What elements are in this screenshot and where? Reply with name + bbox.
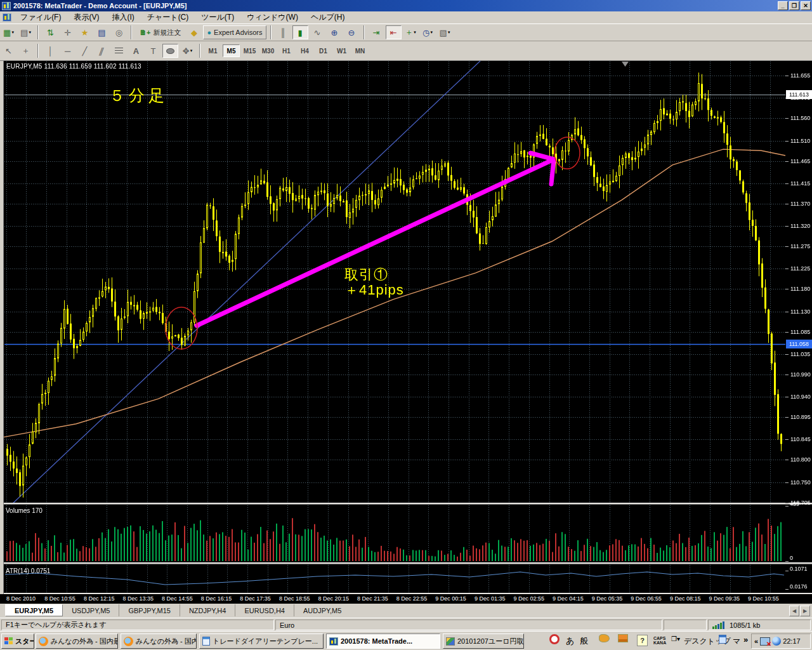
metatrader-app-icon: [2, 2, 11, 10]
clock: 22:17: [783, 637, 801, 645]
task-button-3[interactable]: 2001578: MetaTrade...: [326, 633, 440, 649]
symbol-ohlc-readout: EURJPY,M5 111.636 111.659 111.602 111.61…: [6, 63, 141, 70]
price-tick-label: 111.275: [790, 243, 810, 249]
timeframe-button-m30[interactable]: M30: [259, 44, 277, 57]
profiles-button[interactable]: ▤▾: [18, 25, 34, 39]
fibonacci-button[interactable]: [111, 44, 127, 58]
task-button-0[interactable]: みんなの外為 - 国内最..: [36, 633, 118, 649]
price-tick-label: 110.845: [790, 436, 811, 442]
chart-area[interactable]: EURJPY,M5 111.636 111.659 111.602 111.61…: [0, 61, 812, 604]
vertical-line-button[interactable]: │: [43, 44, 58, 58]
channel-button[interactable]: ∥: [94, 44, 110, 58]
ime-tools-icon[interactable]: [618, 634, 628, 642]
menu-item-4[interactable]: ツール(T): [195, 11, 240, 24]
candlestick-button[interactable]: ▮: [292, 25, 308, 39]
text-label-button[interactable]: T: [145, 44, 161, 58]
restore-button[interactable]: ❐: [789, 1, 799, 10]
ime-caps-kana[interactable]: CAPS KANA: [653, 636, 666, 645]
tab-audjpy-m5[interactable]: AUDJPY,M5: [294, 604, 350, 616]
metaeditor-button[interactable]: ◆: [186, 25, 202, 39]
horizontal-line-button[interactable]: ─: [60, 44, 75, 58]
zoom-in-button[interactable]: ⊕: [327, 25, 343, 39]
new-chart-button[interactable]: ▦▾: [1, 25, 16, 39]
terminal-button[interactable]: ▤: [94, 25, 110, 39]
price-chart-canvas[interactable]: [0, 61, 812, 594]
menu-bar: ファイル(F)表示(V)挿入(I)チャート(C)ツール(T)ウィンドウ(W)ヘル…: [0, 11, 812, 23]
ime-help-icon[interactable]: ?: [637, 635, 648, 646]
task-button-2[interactable]: トレードダイアリーテンプレー...: [199, 633, 324, 649]
timeframe-button-mn[interactable]: MN: [351, 44, 369, 57]
favorites-button[interactable]: ★: [77, 25, 93, 39]
line-studies-toolbar: ↖ ＋ │ ─ ╱ ∥ A T ✥▾ M1M5M15M30H1H4D1W1MN: [0, 41, 812, 61]
tab-nzdjpy-h4[interactable]: NZDJPY,H4: [180, 604, 235, 616]
menu-item-6[interactable]: ヘルプ(H): [304, 11, 351, 24]
ime-minimize-icon[interactable]: ❐▾: [671, 635, 680, 642]
ime-conversion-mode[interactable]: 般: [580, 635, 588, 647]
timeframe-button-w1[interactable]: W1: [333, 44, 350, 57]
ime-palette-icon[interactable]: [599, 634, 610, 642]
arrows-button[interactable]: ✥▾: [180, 44, 195, 58]
network-disconnected-icon[interactable]: [760, 637, 770, 646]
tab-scroll-right-icon[interactable]: ▶: [800, 606, 810, 616]
timeframe-button-h1[interactable]: H1: [278, 44, 295, 57]
tab-eurusd-h4[interactable]: EURUSD,H4: [235, 604, 294, 616]
desktop-item-ma[interactable]: マ: [733, 636, 740, 647]
close-button[interactable]: ✕: [801, 1, 811, 10]
status-profile: Euro: [275, 620, 662, 630]
price-tick-label: 111.085: [790, 329, 810, 335]
image-icon: [446, 637, 455, 646]
trendline-button[interactable]: ╱: [77, 44, 93, 58]
task-button-1[interactable]: みんなの外為 - 国内最..: [121, 633, 197, 649]
minimize-button[interactable]: _: [778, 1, 788, 10]
timeframe-button-m1[interactable]: M1: [204, 44, 221, 57]
tray-chevron[interactable]: «: [754, 637, 758, 645]
time-axis-label: 9 Dec 10:55: [748, 595, 779, 602]
timeframe-button-m15[interactable]: M15: [241, 44, 258, 57]
time-axis-label: 8 Dec 16:15: [201, 595, 232, 602]
expert-advisors-button[interactable]: ●Expert Advisors: [203, 25, 266, 39]
ellipse-button[interactable]: [162, 44, 178, 58]
status-connection: 1085/1 kb: [708, 620, 811, 630]
price-tick-label: 111.465: [790, 158, 810, 164]
tray-app-icon[interactable]: [772, 637, 781, 646]
line-chart-button[interactable]: ∿: [310, 25, 325, 39]
menu-item-2[interactable]: 挿入(I): [105, 11, 140, 24]
tab-usdjpy-m5[interactable]: USDJPY,M5: [63, 604, 119, 616]
text-button[interactable]: A: [128, 44, 144, 58]
price-tick-label: 111.225: [790, 265, 810, 272]
status-bar: F1キーでヘルプが表示されます Euro 1085/1 kb: [0, 618, 812, 631]
menu-item-5[interactable]: ウィンドウ(W): [240, 11, 304, 24]
title-bar[interactable]: 2001578: MetaTrader - Demo Account - [EU…: [0, 0, 812, 11]
tab-scroll-left-icon[interactable]: ◀: [789, 606, 799, 616]
new-order-button[interactable]: 🗎+新規注文: [136, 25, 185, 39]
price-tick-label: 110.800: [790, 456, 811, 463]
timeframe-button-d1[interactable]: D1: [315, 44, 332, 57]
cursor-button[interactable]: ↖: [1, 44, 16, 58]
start-button[interactable]: スタート: [1, 633, 34, 649]
ime-pen-icon[interactable]: [549, 634, 560, 644]
navigator-button[interactable]: ✛: [60, 25, 75, 39]
crosshair-button[interactable]: ＋: [18, 44, 34, 58]
folder-icon[interactable]: [719, 635, 726, 644]
toolbar-overflow-chevron[interactable]: »: [743, 635, 748, 644]
templates-button[interactable]: ▧▾: [437, 25, 453, 39]
tab-eurjpy-m5[interactable]: EURJPY,M5: [5, 604, 63, 616]
indicators-button[interactable]: ＋▾: [403, 25, 419, 39]
periods-button[interactable]: ◷▾: [420, 25, 436, 39]
bar-chart-button[interactable]: ║: [275, 25, 291, 39]
time-axis[interactable]: 8 Dec 20108 Dec 10:558 Dec 12:158 Dec 13…: [0, 594, 812, 604]
timeframe-button-m5[interactable]: M5: [223, 44, 240, 57]
tab-gbpjpy-m15[interactable]: GBPJPY,M15: [119, 604, 180, 616]
strategy-tester-button[interactable]: ◎: [111, 25, 127, 39]
auto-scroll-button[interactable]: ⇥: [369, 25, 384, 39]
menu-item-1[interactable]: 表示(V): [67, 11, 105, 24]
metatrader-icon: [329, 637, 338, 646]
menu-item-3[interactable]: チャート(C): [141, 11, 195, 24]
ime-input-mode[interactable]: あ: [566, 635, 574, 647]
timeframe-button-h4[interactable]: H4: [296, 44, 313, 57]
chart-shift-button[interactable]: ⇤: [386, 25, 402, 39]
task-button-4[interactable]: 20101207ユーロ円取引結...: [443, 633, 524, 649]
zoom-out-button[interactable]: ⊖: [344, 25, 360, 39]
market-watch-button[interactable]: ⇅: [43, 25, 58, 39]
menu-item-0[interactable]: ファイル(F): [14, 11, 67, 24]
